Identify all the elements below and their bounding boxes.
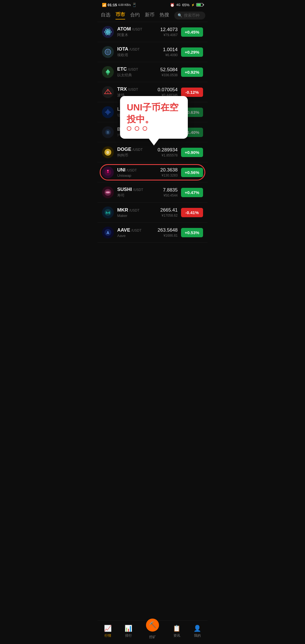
mkr-pair: /USDT — [129, 208, 140, 212]
coin-row-uni[interactable]: UNI /USDT Uniswap 20.3638 ¥130.3283 +0.5… — [97, 162, 208, 182]
aave-symbol: AAVE — [117, 227, 130, 233]
svg-point-0 — [107, 31, 109, 33]
coin-info-atom: ATOM /USDT 阿童木 — [117, 26, 160, 38]
aave-pair: /USDT — [131, 229, 141, 232]
coin-icon-etc — [102, 66, 114, 78]
sushi-pair: /USDT — [133, 188, 143, 192]
trx-pair: /USDT — [128, 88, 138, 92]
tooltip-text: UNI子币在空投中。 — [127, 102, 181, 125]
speed: 4.00 KB/s — [118, 3, 131, 6]
atom-change: +0.45% — [181, 27, 203, 37]
bolt-icon: ⚡ — [191, 3, 195, 6]
dot-2 — [135, 126, 139, 131]
coin-info-doge: DOGE /USDT 狗狗币 — [117, 147, 158, 158]
uni-change: +0.56% — [181, 168, 203, 177]
doge-cname: 狗狗币 — [117, 153, 158, 158]
search-box[interactable]: 🔍 搜索币种 — [174, 12, 205, 19]
status-left: 📶 01:15 4.00 KB/s 📱 — [102, 3, 137, 7]
etc-change: +0.92% — [181, 68, 203, 77]
s-icon: 📱 — [132, 3, 137, 7]
mkr-price: 2665.41 ¥17058.62 — [160, 207, 178, 217]
status-right: ⏰ 4G 65% ⚡ — [170, 3, 203, 7]
coin-row-iota[interactable]: IOTA /USDT 埃欧塔 1.0014 ¥6.4090 +0.29% — [97, 42, 208, 62]
main-content: UNI子币在空投中。 ATOM /USDT 阿童木 12.4073 ¥79.40… — [97, 22, 208, 265]
coin-icon-atom — [102, 26, 114, 38]
svg-point-18 — [108, 170, 108, 171]
search-icon: 🔍 — [178, 13, 182, 18]
trx-change: -0.12% — [181, 88, 203, 97]
doge-pair: /USDT — [132, 148, 143, 152]
uni-symbol: UNI — [117, 167, 125, 173]
coin-info-aave: AAVE /USDT Aave — [117, 227, 158, 238]
svg-point-22 — [104, 209, 111, 216]
coin-row-etc[interactable]: ETC /USDT 以太经典 52.5084 ¥336.0538 +0.92% — [97, 62, 208, 82]
tab-heyue[interactable]: 合约 — [130, 12, 140, 19]
coin-info-uni: UNI /USDT Uniswap — [117, 167, 160, 178]
coin-icon-doge: Ð — [102, 146, 114, 158]
iota-change: +0.29% — [181, 47, 203, 57]
iota-symbol: IOTA — [117, 46, 128, 52]
iota-price: 1.0014 ¥6.4090 — [163, 47, 178, 57]
tooltip-dots — [127, 126, 181, 131]
etc-price: 52.5084 ¥336.0538 — [160, 67, 178, 77]
mkr-symbol: MKR — [117, 207, 128, 213]
coin-info-iota: IOTA /USDT 埃欧塔 — [117, 46, 163, 58]
iota-pair: /USDT — [129, 47, 140, 51]
aave-cname: Aave — [117, 234, 158, 238]
svg-text:Ð: Ð — [106, 150, 109, 155]
coin-icon-bal: B — [102, 126, 114, 138]
mkr-change: -0.41% — [181, 208, 203, 217]
doge-change: +0.90% — [181, 148, 203, 157]
sushi-change: +0.47% — [181, 188, 203, 197]
coin-info-mkr: MKR /USDT Maker — [117, 207, 160, 218]
atom-cname: 阿童木 — [117, 32, 160, 38]
coin-icon-aave: A — [102, 227, 114, 238]
sushi-symbol: SUSHI — [117, 187, 132, 192]
trx-price: 0.070054 ¥0.448346 — [158, 87, 178, 97]
uni-price: 20.3638 ¥130.3283 — [160, 167, 178, 177]
tab-resou[interactable]: 热搜 — [160, 12, 169, 19]
coin-icon-link — [102, 106, 114, 118]
svg-rect-11 — [106, 110, 110, 114]
doge-symbol: DOGE — [117, 147, 131, 152]
coin-row-sushi[interactable]: SUSHI /USDT 寿司 7.8835 ¥50.4544 +0.47% — [97, 182, 208, 203]
network-icon: 4G — [176, 3, 180, 6]
sushi-price: 7.8835 ¥50.4544 — [163, 187, 178, 197]
dot-1 — [127, 126, 131, 131]
aave-change: +0.53% — [181, 228, 203, 237]
atom-symbol: ATOM — [117, 26, 131, 32]
coin-row-aave[interactable]: A AAVE /USDT Aave 263.5648 ¥1686.81 +0.5… — [97, 223, 208, 243]
etc-cname: 以太经典 — [117, 73, 160, 78]
tab-zixuan[interactable]: 自选 — [101, 12, 110, 19]
nav-tabs: 自选 币市 合约 新币 热搜 🔍 搜索币种 — [97, 9, 208, 22]
svg-text:B: B — [107, 130, 109, 134]
svg-point-6 — [107, 51, 108, 53]
etc-pair: /USDT — [128, 68, 138, 71]
aave-price: 263.5648 ¥1686.81 — [158, 227, 178, 238]
coin-icon-sushi — [102, 186, 114, 198]
battery-icon — [196, 3, 203, 6]
alarm-icon: ⏰ — [170, 3, 175, 7]
search-placeholder: 搜索币种 — [184, 13, 200, 18]
status-bar: 📶 01:15 4.00 KB/s 📱 ⏰ 4G 65% ⚡ — [97, 0, 208, 9]
tooltip-bubble: UNI子币在空投中。 — [120, 96, 188, 139]
coin-row-mkr[interactable]: MKR /USDT Maker 2665.41 ¥17058.62 -0.41% — [97, 203, 208, 223]
trx-symbol: TRX — [117, 86, 127, 92]
coin-icon-iota — [102, 46, 114, 58]
mkr-cname: Maker — [117, 214, 160, 218]
uni-cname: Uniswap — [117, 173, 160, 178]
coin-row-atom[interactable]: ATOM /USDT 阿童木 12.4073 ¥79.4067 +0.45% — [97, 22, 208, 42]
svg-rect-21 — [106, 192, 110, 193]
uni-pair: /USDT — [127, 168, 137, 172]
etc-symbol: ETC — [117, 66, 127, 72]
coin-icon-mkr — [102, 206, 114, 218]
battery-percent: 65% — [182, 3, 189, 7]
coin-info-etc: ETC /USDT 以太经典 — [117, 66, 160, 78]
tab-bibi[interactable]: 币市 — [116, 11, 125, 19]
signal-icon: 📶 — [102, 3, 106, 7]
atom-pair: /USDT — [132, 27, 142, 31]
dot-3 — [143, 126, 147, 131]
coin-info-sushi: SUSHI /USDT 寿司 — [117, 187, 163, 198]
coin-icon-trx — [102, 86, 114, 98]
tab-xinbi[interactable]: 新币 — [145, 12, 154, 19]
